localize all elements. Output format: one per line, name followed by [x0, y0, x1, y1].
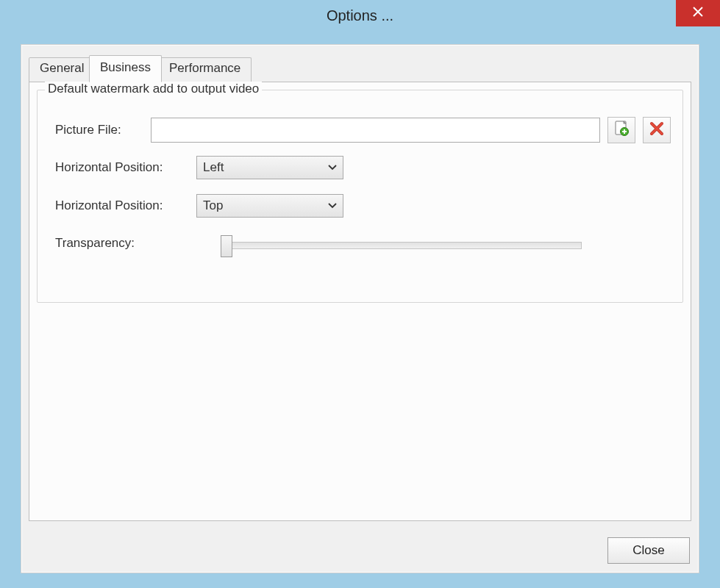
hpos-row: Horizontal Position: Left — [55, 155, 671, 180]
hpos-value: Left — [203, 160, 224, 175]
options-window: Options ... General Business Performance… — [0, 0, 720, 588]
hpos-select[interactable]: Left — [196, 156, 343, 179]
titlebar: Options ... — [0, 0, 720, 31]
add-picture-icon — [613, 121, 630, 140]
delete-picture-icon — [649, 121, 665, 140]
watermark-groupbox: Default watermark add to output video Pi… — [37, 90, 683, 303]
tab-business[interactable]: Business — [89, 55, 162, 82]
transparency-label: Transparency: — [55, 236, 196, 251]
hpos-label: Horizontal Position: — [55, 160, 196, 175]
close-button[interactable]: Close — [607, 537, 690, 564]
client-area: General Business Performance Default wat… — [21, 44, 699, 573]
tab-strip: General Business Performance — [29, 55, 691, 82]
chevron-down-icon — [328, 162, 337, 173]
dialog-footer: Close — [607, 537, 690, 564]
window-title: Options ... — [327, 0, 393, 31]
delete-picture-button[interactable] — [643, 117, 671, 143]
tab-panel-business: Default watermark add to output video Pi… — [29, 82, 691, 521]
close-icon — [692, 6, 704, 21]
slider-thumb[interactable] — [221, 235, 232, 257]
chevron-down-icon — [328, 201, 337, 211]
picture-file-row: Picture File: — [55, 117, 671, 143]
window-close-button[interactable] — [676, 0, 720, 26]
add-picture-button[interactable] — [607, 117, 635, 143]
vpos-row: Horizontal Position: Top — [55, 193, 671, 218]
tab-general[interactable]: General — [29, 57, 95, 82]
transparency-row: Transparency: — [55, 233, 671, 254]
tab-performance[interactable]: Performance — [158, 57, 252, 82]
picture-file-input[interactable] — [151, 118, 600, 143]
vpos-select[interactable]: Top — [196, 194, 343, 218]
vpos-label: Horizontal Position: — [55, 198, 196, 213]
groupbox-title: Default watermark add to output video — [45, 82, 262, 96]
transparency-slider[interactable] — [221, 242, 582, 249]
vpos-value: Top — [203, 198, 223, 213]
picture-file-label: Picture File: — [55, 123, 151, 137]
